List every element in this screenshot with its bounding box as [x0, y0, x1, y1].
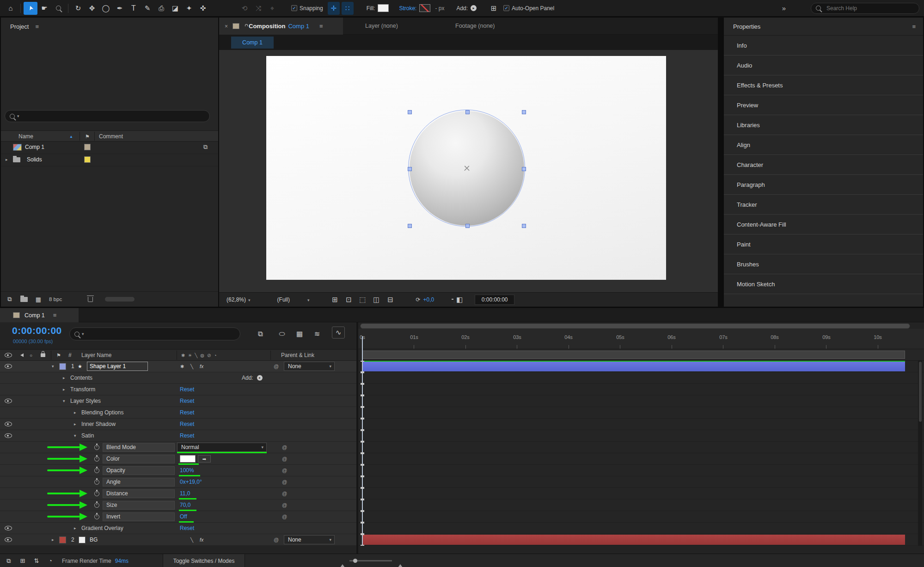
shy-layers-icon[interactable]: ⬭	[275, 327, 289, 340]
bit-depth-label[interactable]: 8 bpc	[49, 296, 62, 302]
fx-badge[interactable]: fx	[200, 361, 203, 372]
eye-icon[interactable]	[5, 361, 12, 372]
group-label[interactable]: Contents	[70, 372, 92, 383]
project-search-field[interactable]: ▾	[5, 110, 210, 122]
property-value[interactable]: Off	[180, 511, 187, 522]
track-row[interactable]	[358, 453, 924, 465]
scrollbar-thumb[interactable]	[919, 362, 922, 422]
comp-usage-icon[interactable]: ⧉	[203, 142, 208, 153]
in-out-pane-icon[interactable]: ⇅	[30, 555, 43, 567]
project-row-solids[interactable]: ▸ Solids	[1, 154, 218, 166]
group-label[interactable]: Blending Options	[81, 407, 123, 418]
viewport[interactable]	[219, 50, 718, 292]
panel-item-audio[interactable]: Audio	[724, 55, 923, 75]
switches-pane-icon[interactable]: ⊞	[16, 555, 30, 567]
stopwatch-icon[interactable]	[94, 453, 99, 464]
twirl-icon[interactable]: ▸	[74, 407, 76, 418]
project-column-header[interactable]: Name ▲ ⚑ Comment	[1, 130, 218, 142]
group-row-blending-options[interactable]: ▸ Blending Options Reset	[0, 407, 356, 419]
twirl-icon[interactable]: ▾	[52, 361, 54, 372]
brush-tool[interactable]: ✎	[141, 2, 154, 15]
stopwatch-icon[interactable]	[94, 476, 99, 487]
parent-pickwhip-icon[interactable]: @	[282, 499, 287, 511]
roto-brush-tool[interactable]: ✦	[182, 2, 196, 15]
track-row[interactable]	[358, 407, 924, 419]
stroke-swatch[interactable]	[419, 4, 430, 12]
group-row-satin[interactable]: ▾ Satin Reset	[0, 430, 356, 442]
panel-item-tracker[interactable]: Tracker	[724, 195, 923, 215]
parent-pickwhip-icon[interactable]: @	[282, 476, 287, 487]
clone-stamp-tool[interactable]: ⎙	[154, 2, 168, 15]
project-item-name[interactable]: Comp 1	[25, 142, 44, 153]
label-column-icon[interactable]: ⚑	[56, 350, 61, 361]
layer-duration-bar-shape-layer-1[interactable]	[362, 362, 905, 371]
trash-icon[interactable]	[88, 294, 93, 305]
audio-column-icon[interactable]	[18, 350, 24, 361]
property-label[interactable]: Blend Mode	[103, 443, 175, 452]
reset-link[interactable]: Reset	[180, 384, 194, 395]
layer-row-shape-layer-1[interactable]: ▾ 1 ★ Shape Layer 1 ✱ ╲ fx @ None▾	[0, 361, 356, 372]
column-divider[interactable]	[80, 132, 80, 141]
column-divider[interactable]	[94, 132, 95, 141]
panel-item-motion-sketch[interactable]: Motion Sketch	[724, 274, 923, 294]
reset-link[interactable]: Reset	[180, 430, 194, 441]
group-row-inner-shadow[interactable]: ▸ Inner Shadow Reset	[0, 419, 356, 430]
tab-composition[interactable]: × Composition Comp 1 ≡	[219, 18, 343, 35]
panel-item-effects-presets[interactable]: Effects & Presets	[724, 75, 923, 95]
color-picker-arrow-button[interactable]: ➡	[198, 455, 211, 462]
blend-mode-dropdown[interactable]: Normal▾	[177, 443, 267, 452]
stopwatch-icon[interactable]	[94, 511, 99, 522]
color-swatch[interactable]	[180, 455, 196, 462]
properties-panel-header[interactable]: Properties ≡	[724, 18, 923, 36]
exposure-value[interactable]: +0,0	[423, 296, 434, 303]
zoom-in-icon[interactable]	[397, 558, 404, 564]
mini-flowchart-icon[interactable]: ⧉	[253, 327, 267, 340]
switches-column-icons[interactable]: ✱☀╲◍⊘◔	[181, 350, 220, 361]
selection-handle[interactable]	[408, 167, 412, 171]
color-depth-icon[interactable]: ▦	[31, 293, 45, 306]
layer-name-column-header[interactable]: Layer Name	[81, 350, 111, 361]
panel-item-preview[interactable]: Preview	[724, 95, 923, 115]
snap-guide-icon[interactable]: ✛	[328, 2, 340, 15]
selection-handle[interactable]	[465, 110, 470, 114]
label-color-chip[interactable]	[84, 154, 91, 165]
property-label[interactable]: Angle	[103, 478, 175, 487]
collapse-transformations-icon[interactable]: ✱	[180, 361, 184, 372]
selection-handle[interactable]	[522, 224, 526, 228]
fill-swatch[interactable]	[378, 4, 389, 12]
property-label[interactable]: Distance	[103, 489, 175, 498]
panel-menu-icon[interactable]: ≡	[319, 23, 323, 30]
track-row[interactable]	[358, 465, 924, 476]
pen-tool[interactable]: ✒	[113, 2, 127, 15]
render-time-pane-icon[interactable]: ◔	[43, 555, 57, 567]
group-row-layer-styles[interactable]: ▾ Layer Styles Reset	[0, 395, 356, 407]
eye-icon[interactable]	[5, 430, 12, 441]
project-row-comp1[interactable]: Comp 1 ⧉	[1, 142, 218, 154]
reset-link[interactable]: Reset	[180, 523, 194, 534]
snap-grid-icon[interactable]: ∷	[342, 2, 354, 15]
project-item-name[interactable]: Solids	[27, 154, 42, 165]
selection-handle[interactable]	[522, 167, 526, 171]
layer-color-chip[interactable]	[59, 534, 66, 545]
track-row[interactable]	[358, 384, 924, 395]
index-column-header[interactable]: #	[68, 350, 72, 361]
parent-pickwhip-icon[interactable]: @	[282, 511, 287, 522]
panel-item-paragraph[interactable]: Paragraph	[724, 175, 923, 195]
group-label[interactable]: Satin	[81, 430, 94, 441]
hand-tool[interactable]: ☛	[37, 2, 51, 15]
add-button[interactable]: ▸	[257, 372, 263, 383]
group-row-transform[interactable]: ▸ Transform Reset	[0, 384, 356, 395]
help-search-box[interactable]	[811, 3, 919, 14]
parent-pickwhip-icon[interactable]: @	[274, 361, 279, 372]
reset-link[interactable]: Reset	[180, 407, 194, 418]
video-column-icon[interactable]	[5, 350, 12, 361]
selection-handle[interactable]	[465, 224, 470, 228]
group-label[interactable]: Gradient Overlay	[81, 523, 123, 534]
view-layout-icon[interactable]: ⊟	[383, 295, 397, 305]
motion-blur-icon[interactable]: ≋	[310, 327, 324, 340]
quality-icon[interactable]: ╲	[190, 361, 193, 372]
layer-name-box[interactable]: Shape Layer 1	[87, 362, 148, 371]
property-row-angle[interactable]: Angle 0x+19,0° @	[0, 476, 356, 488]
property-label[interactable]: Size	[103, 501, 175, 510]
sort-ascending-icon[interactable]: ▲	[69, 131, 73, 142]
